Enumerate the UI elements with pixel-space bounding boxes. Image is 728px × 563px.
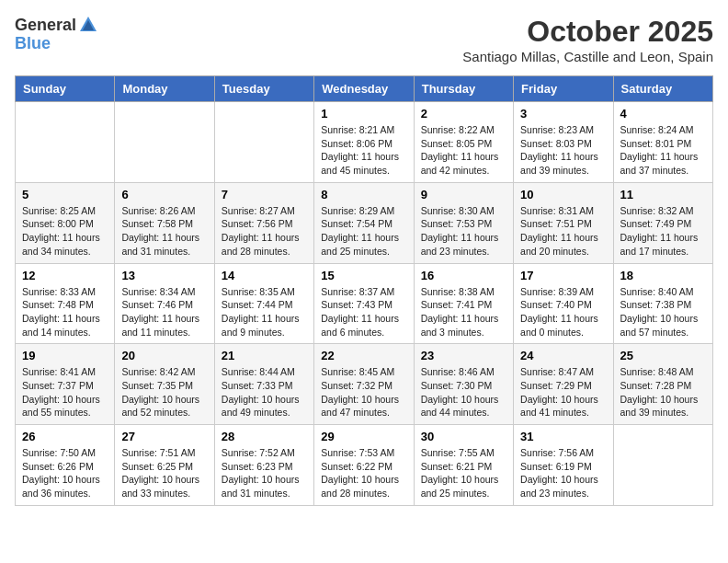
- day-info: Sunrise: 8:46 AM Sunset: 7:30 PM Dayligh…: [421, 365, 506, 419]
- calendar-cell: 4Sunrise: 8:24 AM Sunset: 8:01 PM Daylig…: [613, 102, 712, 183]
- day-info: Sunrise: 7:56 AM Sunset: 6:19 PM Dayligh…: [520, 446, 606, 500]
- day-info: Sunrise: 8:30 AM Sunset: 7:53 PM Dayligh…: [421, 204, 506, 259]
- calendar-cell: 7Sunrise: 8:27 AM Sunset: 7:56 PM Daylig…: [214, 182, 313, 263]
- day-info: Sunrise: 8:25 AM Sunset: 8:00 PM Dayligh…: [22, 204, 108, 259]
- weekday-header-thursday: Thursday: [414, 76, 513, 102]
- calendar-cell: 31Sunrise: 7:56 AM Sunset: 6:19 PM Dayli…: [514, 425, 613, 506]
- day-number: 8: [321, 188, 406, 201]
- calendar-week-row: 1Sunrise: 8:21 AM Sunset: 8:06 PM Daylig…: [16, 102, 713, 183]
- day-info: Sunrise: 8:47 AM Sunset: 7:29 PM Dayligh…: [520, 365, 606, 419]
- day-number: 11: [620, 188, 706, 201]
- calendar-cell: [16, 102, 115, 183]
- weekday-header-wednesday: Wednesday: [314, 76, 414, 102]
- day-info: Sunrise: 8:48 AM Sunset: 7:28 PM Dayligh…: [620, 365, 706, 419]
- calendar-cell: 3Sunrise: 8:23 AM Sunset: 8:03 PM Daylig…: [514, 102, 613, 183]
- day-info: Sunrise: 8:33 AM Sunset: 7:48 PM Dayligh…: [22, 285, 108, 339]
- day-info: Sunrise: 8:29 AM Sunset: 7:54 PM Dayligh…: [321, 204, 406, 259]
- calendar-cell: 10Sunrise: 8:31 AM Sunset: 7:51 PM Dayli…: [514, 182, 613, 263]
- calendar-week-row: 26Sunrise: 7:50 AM Sunset: 6:26 PM Dayli…: [16, 425, 713, 506]
- calendar-week-row: 12Sunrise: 8:33 AM Sunset: 7:48 PM Dayli…: [16, 263, 713, 344]
- day-info: Sunrise: 7:52 AM Sunset: 6:23 PM Dayligh…: [222, 446, 307, 500]
- calendar-cell: 21Sunrise: 8:44 AM Sunset: 7:33 PM Dayli…: [214, 344, 313, 425]
- day-number: 26: [22, 430, 108, 443]
- day-number: 5: [22, 188, 108, 201]
- day-info: Sunrise: 8:42 AM Sunset: 7:35 PM Dayligh…: [121, 365, 207, 419]
- day-number: 15: [321, 269, 406, 282]
- day-number: 13: [121, 269, 207, 282]
- day-number: 3: [520, 107, 606, 121]
- day-info: Sunrise: 8:24 AM Sunset: 8:01 PM Dayligh…: [620, 123, 706, 178]
- day-info: Sunrise: 8:44 AM Sunset: 7:33 PM Dayligh…: [222, 365, 307, 419]
- day-info: Sunrise: 8:38 AM Sunset: 7:41 PM Dayligh…: [421, 285, 506, 339]
- weekday-header-monday: Monday: [115, 76, 214, 102]
- day-number: 10: [520, 188, 606, 201]
- header: General Blue October 2025 Santiago Milla…: [15, 15, 713, 64]
- day-info: Sunrise: 8:41 AM Sunset: 7:37 PM Dayligh…: [22, 365, 108, 419]
- calendar-table: SundayMondayTuesdayWednesdayThursdayFrid…: [15, 75, 713, 506]
- page-title: October 2025: [462, 15, 713, 49]
- day-number: 2: [421, 107, 506, 121]
- day-number: 25: [620, 349, 706, 362]
- day-info: Sunrise: 7:50 AM Sunset: 6:26 PM Dayligh…: [22, 446, 108, 500]
- day-number: 14: [222, 269, 307, 282]
- calendar-cell: 25Sunrise: 8:48 AM Sunset: 7:28 PM Dayli…: [613, 344, 712, 425]
- calendar-cell: 13Sunrise: 8:34 AM Sunset: 7:46 PM Dayli…: [115, 263, 214, 344]
- day-number: 9: [421, 188, 506, 201]
- day-info: Sunrise: 8:37 AM Sunset: 7:43 PM Dayligh…: [321, 285, 406, 339]
- logo-general: General: [15, 17, 76, 33]
- day-info: Sunrise: 8:26 AM Sunset: 7:58 PM Dayligh…: [121, 204, 207, 259]
- calendar-cell: 8Sunrise: 8:29 AM Sunset: 7:54 PM Daylig…: [314, 182, 414, 263]
- weekday-header-row: SundayMondayTuesdayWednesdayThursdayFrid…: [16, 76, 713, 102]
- calendar-cell: 20Sunrise: 8:42 AM Sunset: 7:35 PM Dayli…: [115, 344, 214, 425]
- calendar-cell: 27Sunrise: 7:51 AM Sunset: 6:25 PM Dayli…: [115, 425, 214, 506]
- calendar-cell: 29Sunrise: 7:53 AM Sunset: 6:22 PM Dayli…: [314, 425, 414, 506]
- day-number: 22: [321, 349, 406, 362]
- calendar-cell: 18Sunrise: 8:40 AM Sunset: 7:38 PM Dayli…: [613, 263, 712, 344]
- calendar-cell: 1Sunrise: 8:21 AM Sunset: 8:06 PM Daylig…: [314, 102, 414, 183]
- day-info: Sunrise: 8:23 AM Sunset: 8:03 PM Dayligh…: [520, 123, 606, 178]
- day-number: 31: [520, 430, 606, 443]
- day-info: Sunrise: 8:21 AM Sunset: 8:06 PM Dayligh…: [321, 123, 406, 178]
- day-number: 30: [421, 430, 506, 443]
- calendar-cell: 15Sunrise: 8:37 AM Sunset: 7:43 PM Dayli…: [314, 263, 414, 344]
- weekday-header-tuesday: Tuesday: [214, 76, 313, 102]
- day-number: 1: [321, 107, 406, 121]
- calendar-cell: 30Sunrise: 7:55 AM Sunset: 6:21 PM Dayli…: [414, 425, 513, 506]
- day-info: Sunrise: 7:53 AM Sunset: 6:22 PM Dayligh…: [321, 446, 406, 500]
- calendar-cell: [214, 102, 313, 183]
- logo-blue: Blue: [15, 34, 51, 52]
- calendar-cell: 22Sunrise: 8:45 AM Sunset: 7:32 PM Dayli…: [314, 344, 414, 425]
- calendar-cell: 5Sunrise: 8:25 AM Sunset: 8:00 PM Daylig…: [16, 182, 115, 263]
- day-number: 23: [421, 349, 506, 362]
- day-number: 4: [620, 107, 706, 121]
- day-info: Sunrise: 8:27 AM Sunset: 7:56 PM Dayligh…: [222, 204, 307, 259]
- calendar-cell: 2Sunrise: 8:22 AM Sunset: 8:05 PM Daylig…: [414, 102, 513, 183]
- day-number: 24: [520, 349, 606, 362]
- day-number: 29: [321, 430, 406, 443]
- day-info: Sunrise: 7:55 AM Sunset: 6:21 PM Dayligh…: [421, 446, 506, 500]
- day-info: Sunrise: 7:51 AM Sunset: 6:25 PM Dayligh…: [121, 446, 207, 500]
- day-number: 17: [520, 269, 606, 282]
- calendar-cell: 12Sunrise: 8:33 AM Sunset: 7:48 PM Dayli…: [16, 263, 115, 344]
- day-info: Sunrise: 8:31 AM Sunset: 7:51 PM Dayligh…: [520, 204, 606, 259]
- calendar-cell: 28Sunrise: 7:52 AM Sunset: 6:23 PM Dayli…: [214, 425, 313, 506]
- calendar-cell: [613, 425, 712, 506]
- logo-icon: [78, 15, 98, 35]
- calendar-cell: 9Sunrise: 8:30 AM Sunset: 7:53 PM Daylig…: [414, 182, 513, 263]
- day-info: Sunrise: 8:22 AM Sunset: 8:05 PM Dayligh…: [421, 123, 506, 178]
- calendar-cell: 17Sunrise: 8:39 AM Sunset: 7:40 PM Dayli…: [514, 263, 613, 344]
- day-number: 19: [22, 349, 108, 362]
- calendar-cell: 26Sunrise: 7:50 AM Sunset: 6:26 PM Dayli…: [16, 425, 115, 506]
- calendar-cell: 14Sunrise: 8:35 AM Sunset: 7:44 PM Dayli…: [214, 263, 313, 344]
- logo: General Blue: [15, 15, 98, 52]
- calendar-cell: 6Sunrise: 8:26 AM Sunset: 7:58 PM Daylig…: [115, 182, 214, 263]
- day-info: Sunrise: 8:40 AM Sunset: 7:38 PM Dayligh…: [620, 285, 706, 339]
- calendar-cell: 11Sunrise: 8:32 AM Sunset: 7:49 PM Dayli…: [613, 182, 712, 263]
- calendar-cell: [115, 102, 214, 183]
- day-number: 6: [121, 188, 207, 201]
- day-info: Sunrise: 8:32 AM Sunset: 7:49 PM Dayligh…: [620, 204, 706, 259]
- weekday-header-saturday: Saturday: [613, 76, 712, 102]
- weekday-header-friday: Friday: [514, 76, 613, 102]
- day-number: 20: [121, 349, 207, 362]
- weekday-header-sunday: Sunday: [16, 76, 115, 102]
